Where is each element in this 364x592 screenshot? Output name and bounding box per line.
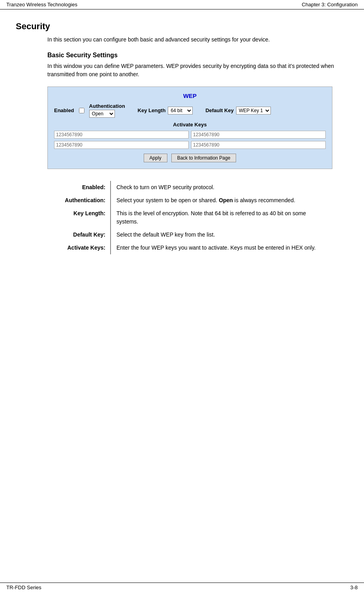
desc-row-defaultkey: Default Key: Select the default WEP key …	[47, 228, 332, 241]
default-key-label: Default Key	[205, 107, 234, 113]
enabled-checkbox[interactable]	[79, 108, 84, 113]
wep-panel: WEP Enabled Authentication Open Shared K…	[47, 86, 332, 169]
header-right: Chapter 3: Configuration	[302, 2, 358, 8]
wep-controls-row: Enabled Authentication Open Shared Key L…	[54, 103, 326, 118]
subsection-intro: In this window you can define WEP parame…	[47, 62, 348, 79]
default-key-group: Default Key WEP Key 1 WEP Key 2 WEP Key …	[205, 107, 271, 115]
footer-right: 3-8	[350, 584, 358, 590]
key-inputs-grid	[54, 131, 326, 149]
key-length-label: Key Length	[138, 107, 166, 113]
open-bold: Open	[219, 197, 233, 203]
desc-label-defaultkey: Default Key:	[47, 228, 111, 241]
key3-input[interactable]	[54, 141, 189, 149]
header-left: Tranzeo Wireless Technologies	[6, 2, 77, 8]
back-to-info-button[interactable]: Back to Information Page	[171, 154, 236, 162]
page-header: Tranzeo Wireless Technologies Chapter 3:…	[0, 0, 364, 9]
auth-label: Authentication	[89, 103, 125, 109]
description-table: Enabled: Check to turn on WEP security p…	[47, 181, 332, 254]
wep-panel-title: WEP	[54, 92, 326, 99]
desc-label-activatekeys: Activate Keys:	[47, 241, 111, 254]
section-intro: In this section you can configure both b…	[47, 36, 348, 44]
subsection-title: Basic Security Settings	[47, 52, 348, 59]
desc-label-auth: Authentication:	[47, 194, 111, 207]
desc-value-enabled: Check to turn on WEP security protocol.	[111, 181, 332, 194]
footer-left: TR-FDD Series	[6, 584, 41, 590]
key-length-select[interactable]: 64 bit 128 bit	[168, 107, 193, 115]
auth-group: Authentication Open Shared	[89, 103, 125, 118]
key2-input[interactable]	[191, 131, 326, 139]
default-key-select[interactable]: WEP Key 1 WEP Key 2 WEP Key 3 WEP Key 4	[236, 107, 271, 115]
page-footer: TR-FDD Series 3-8	[0, 583, 364, 592]
main-content: Security In this section you can configu…	[0, 9, 364, 278]
desc-value-activatekeys: Enter the four WEP keys you want to acti…	[111, 241, 332, 254]
section-title: Security	[16, 21, 348, 32]
desc-label-enabled: Enabled:	[47, 181, 111, 194]
desc-row-auth: Authentication: Select your system to be…	[47, 194, 332, 207]
enabled-label: Enabled	[54, 107, 74, 113]
key1-input[interactable]	[54, 131, 189, 139]
key4-input[interactable]	[191, 141, 326, 149]
desc-row-activatekeys: Activate Keys: Enter the four WEP keys y…	[47, 241, 332, 254]
desc-row-keylength: Key Length: This is the level of encrypt…	[47, 207, 332, 228]
desc-value-keylength: This is the level of encryption. Note th…	[111, 207, 332, 228]
wep-buttons: Apply Back to Information Page	[54, 154, 326, 162]
desc-label-keylength: Key Length:	[47, 207, 111, 228]
auth-select[interactable]: Open Shared	[89, 110, 115, 118]
desc-value-defaultkey: Select the default WEP key from the list…	[111, 228, 332, 241]
desc-value-auth: Select your system to be open or shared.…	[111, 194, 332, 207]
activate-keys-title: Activate Keys	[54, 122, 326, 128]
apply-button[interactable]: Apply	[144, 154, 167, 162]
key-length-group: Key Length 64 bit 128 bit	[138, 107, 193, 115]
desc-row-enabled: Enabled: Check to turn on WEP security p…	[47, 181, 332, 194]
